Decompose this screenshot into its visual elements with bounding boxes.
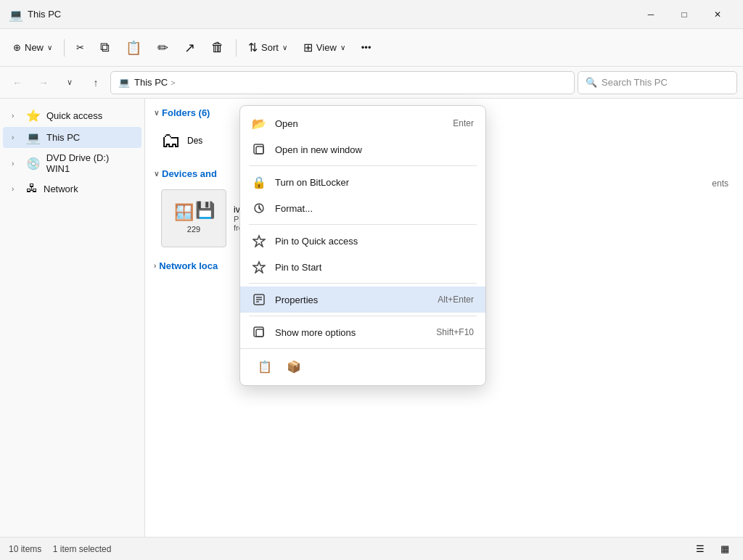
status-right: ☰ ▦ [691,541,734,557]
view-icon: ⊞ [303,41,313,54]
ctx-bitlocker[interactable]: 🔒 Turn on BitLocker [240,169,485,195]
ctx-show-more-left: Show more options [252,325,356,339]
address-path: This PC > [134,77,176,88]
windows-logo-icon: 🪟 [174,203,194,222]
sidebar-label-network: Network [44,184,78,194]
network-icon: 🖧 [26,182,38,195]
delete-button[interactable]: 🗑 [204,34,231,62]
window-title: This PC [28,9,628,20]
forward-button[interactable]: → [32,71,55,94]
status-info: 10 items 1 item selected [9,544,111,554]
list-view-button[interactable]: ☰ [691,541,710,557]
folders-section-chevron: ∨ [154,109,159,117]
sidebar-item-dvd[interactable]: › 💿 DVD Drive (D:) WIN1 [3,149,141,178]
up-button[interactable]: ↑ [84,71,107,94]
sort-icon: ⇅ [248,41,258,54]
ctx-format[interactable]: Format... [240,195,485,221]
ctx-bitlocker-left: 🔒 Turn on BitLocker [252,175,349,189]
close-button[interactable]: ✕ [701,3,734,26]
dvd-icon: 💿 [26,157,41,170]
view-button[interactable]: ⊞ View ∨ [296,34,353,62]
network-section-expand: › [154,262,156,270]
thispc-icon: 💻 [26,131,41,144]
device-tile[interactable]: 🪟 💾 229 [161,189,226,247]
pin-quickaccess-icon [252,234,266,248]
ctx-pin-quickaccess-label: Pin to Quick access [275,236,358,247]
ctx-bottom-copy-btn[interactable]: 📋 [252,355,278,378]
ctx-sep-2 [249,224,477,225]
ctx-bottom-toolbar: 📋 📦 [240,348,485,381]
expand-icon-thispc: › [12,133,20,141]
address-bar[interactable]: 💻 This PC > [110,71,575,94]
cut-button[interactable]: ✂ [69,34,91,62]
cut-icon: ✂ [76,42,84,53]
ctx-bottom-compress-btn[interactable]: 📦 [281,355,307,378]
expand-icon-dvd: › [12,160,20,168]
search-icon: 🔍 [586,77,597,88]
items-count: 10 items [9,544,41,554]
open-icon: 📂 [252,116,266,131]
search-bar[interactable]: 🔍 Search This PC [578,71,737,94]
share-button[interactable]: ↗ [177,34,202,62]
ctx-properties[interactable]: Properties Alt+Enter [240,287,485,313]
sidebar-label-quickaccess: Quick access [46,110,102,121]
ctx-pin-quickaccess-left: Pin to Quick access [252,234,358,248]
ctx-show-more[interactable]: Show more options Shift+F10 [240,319,485,345]
ctx-pin-start-label: Pin to Start [275,262,321,273]
grid-view-button[interactable]: ▦ [715,541,734,557]
back-button[interactable]: ← [6,71,29,94]
selection-info: 1 item selected [53,544,112,554]
svg-rect-9 [254,327,263,337]
copy-button[interactable]: ⧉ [93,34,117,62]
minimize-button[interactable]: ─ [634,3,668,26]
dropdown-button[interactable]: ∨ [58,71,81,94]
folder-desktop-label: Des [187,136,202,146]
ctx-format-left: Format... [252,201,313,215]
rename-button[interactable]: ✏ [150,34,176,62]
folder-desktop[interactable]: 🗂 Des [154,124,248,157]
sidebar-item-thispc[interactable]: › 💻 This PC [3,127,141,148]
more-button[interactable]: ••• [354,34,379,62]
sidebar-item-network[interactable]: › 🖧 Network [3,178,141,199]
pc-icon: 💻 [118,77,130,88]
ctx-open-new-window[interactable]: Open in new window [240,136,485,162]
ctx-pin-start[interactable]: Pin to Start [240,254,485,280]
sidebar: › ⭐ Quick access › 💻 This PC › 💿 DVD Dri… [0,99,145,537]
paste-icon: 📋 [126,40,141,56]
sort-label: Sort [261,42,279,53]
bitlocker-icon: 🔒 [252,175,266,189]
path-chevron: > [171,78,175,87]
title-bar: 💻 This PC ─ □ ✕ [0,0,743,29]
paste-button[interactable]: 📋 [118,34,149,62]
window-controls: ─ □ ✕ [634,3,734,26]
maximize-button[interactable]: □ [668,3,701,26]
status-bar: 10 items 1 item selected ☰ ▦ [0,537,743,560]
ctx-open-new-window-left: Open in new window [252,142,362,157]
device-name-partial: 229 [187,225,200,234]
ctx-new-window-label: Open in new window [275,144,362,155]
sidebar-item-quickaccess[interactable]: › ⭐ Quick access [3,105,141,126]
ctx-sep-4 [249,316,477,316]
ctx-bitlocker-label: Turn on BitLocker [275,177,349,188]
sidebar-label-dvd: DVD Drive (D:) WIN1 [46,152,133,174]
path-label: This PC [134,77,168,88]
folder-desktop-icon: 🗂 [161,128,181,152]
copy-icon: ⧉ [100,40,110,55]
sort-button[interactable]: ⇅ Sort ∨ [241,34,295,62]
ctx-open[interactable]: 📂 Open Enter [240,110,485,136]
expand-icon: › [12,112,20,120]
ctx-show-more-shortcut: Shift+F10 [436,327,474,337]
ctx-bottom-compress-icon: 📦 [287,360,301,374]
new-button[interactable]: ⊕ New ∨ [6,34,59,62]
ctx-pin-quickaccess[interactable]: Pin to Quick access [240,228,485,254]
new-dropdown-icon: ∨ [47,44,52,52]
properties-icon [252,292,266,307]
quickaccess-icon: ⭐ [26,109,41,123]
toolbar-separator-1 [64,39,65,57]
view-label: View [316,42,337,53]
show-more-icon [252,325,266,339]
expand-icon-network: › [12,185,20,193]
pin-start-icon [252,260,266,274]
new-label: New [25,42,44,53]
delete-icon: 🗑 [211,40,224,55]
